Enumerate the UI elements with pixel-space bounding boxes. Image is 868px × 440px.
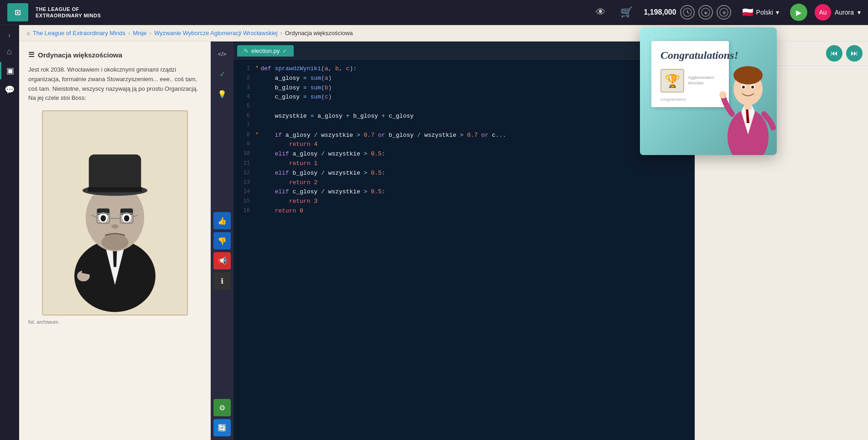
svg-point-39 [719,91,727,98]
sidebar-missions[interactable]: ▣ [0,62,19,79]
code-editor: ✎ election.py ✓ 1 * def sprawdzWyniki(a,… [234,41,695,440]
svg-point-18 [100,215,106,222]
user-dropdown-icon: ▾ [858,9,861,16]
congrats-inner-card: Congratulations! 🏆 AgglomerationWrocław … [651,41,729,107]
code-line-3: 3 b_glosy = sum(b) [234,83,695,93]
svg-point-38 [751,86,754,88]
svg-point-19 [124,215,129,222]
breadcrumb-sep-1: › [128,30,130,36]
editor-tab-election[interactable]: ✎ election.py ✓ [237,45,294,57]
task-title: ☰ Ordynacja większościowa [28,51,201,59]
task-panel: ☰ Ordynacja większościowa Jest rok 2038.… [19,41,211,440]
congrats-man-figure [718,46,777,155]
breadcrumb-missions[interactable]: Misje [133,30,146,36]
code-line-9: 9 return 4 [234,140,695,150]
report-button[interactable]: 📢 [213,252,231,269]
code-line-12: 12 elif b_glosy / wszystkie > 0.5: [234,169,695,178]
user-menu[interactable]: Au Aurora ▾ [815,4,861,21]
code-area[interactable]: 1 * def sprawdzWyniki(a, b, c): 2 a_glos… [234,61,695,440]
code-line-13: 13 return 2 [234,178,695,188]
flag-icon: 🇵🇱 [742,7,754,18]
tab-filename: election.py [251,47,280,54]
breadcrumb-sep-2: › [150,30,151,36]
breadcrumb-sep-3: › [280,30,282,36]
thumbsdown-button[interactable]: 👎 [213,232,231,249]
congrats-bottom: congratulation [660,97,720,102]
info-button[interactable]: ℹ [213,272,231,290]
logo-box: ⊡ [7,3,28,21]
code-line-11: 11 return 1 [234,159,695,169]
next-button[interactable]: ⏭ [846,45,863,62]
top-navigation: ⊡ THE LEAGUE OF EXTRAORDINARY MINDS 👁 🛒 … [0,0,868,25]
congrats-trophy: 🏆 [660,69,684,93]
svg-point-26 [101,234,128,251]
logo-icon: ⊡ [15,7,21,18]
sidebar: › ⌂ ▣ 💬 [0,25,19,440]
breadcrumb-home[interactable]: The League of Extraordinary Minds [33,30,125,36]
code-line-5: 5 [234,102,695,112]
svg-point-25 [111,224,119,229]
sidebar-toggle[interactable]: › [5,29,13,41]
svg-point-37 [742,86,745,88]
code-line-2: 2 a_glosy = sum(a) [234,74,695,83]
congrats-title: Congratulations! [660,49,720,62]
eye-button[interactable]: 👁 [592,5,609,20]
code-line-1: 1 * def sprawdzWyniki(a, b, c): [234,64,695,74]
editor-tab-bar: ✎ election.py ✓ [234,41,695,61]
avatar: Au [815,4,831,21]
svg-text:⚙: ⚙ [722,11,725,15]
code-view-button[interactable]: </> [213,45,231,62]
settings-button[interactable]: ⚙ [213,399,231,416]
username: Aurora [835,9,854,16]
score-area: 1,198,000 ☯ ⚙ [644,5,731,20]
man-svg [718,46,777,155]
home-icon: ⌂ [26,30,30,36]
code-line-4: 4 c_glosy = sum(c) [234,93,695,102]
boss-image [42,110,188,316]
language-selector[interactable]: 🇵🇱 Polski ▾ [738,7,783,18]
editor-tools: </> ✓ 💡 👍 👎 📢 ℹ ⚙ 🔄 [211,41,234,440]
language-dropdown-icon: ▾ [776,9,779,16]
congratulations-popup: Congratulations! 🏆 AgglomerationWrocław … [640,27,777,155]
image-caption: fot. archiwum [28,319,201,325]
tab-file-icon: ✎ [244,47,249,54]
boss-svg [43,111,187,315]
breadcrumb-challenge[interactable]: Wyzwanie Wyborcze Aglomeracji Wrocławski… [154,30,277,36]
svg-rect-13 [88,187,142,192]
thumbsup-button[interactable]: 👍 [213,212,231,229]
breadcrumb-current: Ordynacja większościowa [285,30,353,36]
check-code-button[interactable]: ✓ [213,65,231,83]
code-line-14: 14 elif c_glosy / wszystkie > 0.5: [234,187,695,197]
svg-text:☯: ☯ [704,11,707,15]
hint-button[interactable]: 💡 [213,85,231,103]
sidebar-chat[interactable]: 💬 [0,81,19,98]
svg-rect-12 [88,155,141,193]
code-line-10: 10 elif a_glosy / wszystkie > 0.5: [234,150,695,159]
congrats-seal-area: 🏆 AgglomerationWrocław [660,69,720,93]
language-label: Polski [756,9,773,16]
score-circle-2: ☯ [698,5,713,20]
cart-button[interactable]: 🛒 [617,5,636,20]
score-circle-1 [680,5,695,20]
sidebar-home[interactable]: ⌂ [0,43,19,60]
congrats-card: Congratulations! 🏆 AgglomerationWrocław … [640,27,777,155]
code-line-15: 15 return 3 [234,197,695,207]
prev-button[interactable]: ⏮ [826,45,842,62]
code-line-8: 8 * if a_glosy / wszystkie > 0.7 or b_gl… [234,131,695,140]
code-line-16: 16 return 0 [234,207,695,216]
logo-text: THE LEAGUE OF EXTRAORDINARY MINDS [36,6,101,19]
task-title-icon: ☰ [28,51,34,59]
code-line-7: 7 [234,121,695,131]
task-description: Jest rok 2038. Wrocławiem i okolicznymi … [28,65,201,103]
tab-check-icon: ✓ [282,47,287,54]
play-button[interactable]: ▶ [790,4,807,21]
svg-point-34 [733,66,763,84]
congrats-subtitle: AgglomerationWrocław [688,75,714,86]
score-circle-3: ⚙ [717,5,731,20]
score-value: 1,198,000 [644,8,676,16]
refresh-button[interactable]: 🔄 [213,419,231,436]
code-line-6: 6 wszystkie = a_glosy + b_glosy + c_glos… [234,112,695,121]
